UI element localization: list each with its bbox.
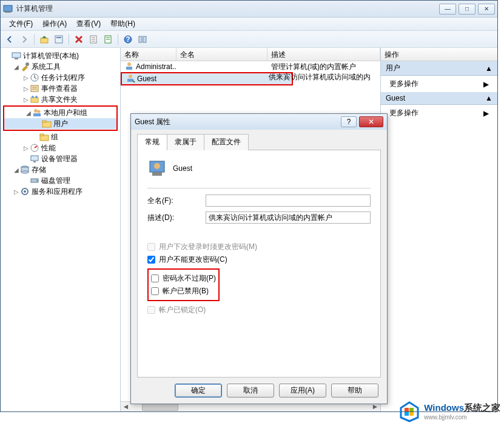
col-desc-header[interactable]: 描述 [267, 48, 380, 61]
tree-system-tools[interactable]: ◢系统工具 [2, 61, 119, 72]
chevron-right-icon: ▶ [483, 80, 489, 88]
tree-device-manager[interactable]: 设备管理器 [2, 153, 119, 164]
svg-rect-46 [409, 412, 414, 416]
minimize-button[interactable]: — [439, 4, 456, 15]
svg-rect-45 [405, 412, 409, 416]
svg-rect-1 [5, 12, 11, 13]
user-row-administrator[interactable]: Administrat... 管理计算机(域)的内置帐户 [121, 61, 380, 72]
tree-storage[interactable]: ◢存储 [2, 164, 119, 175]
user-icon [126, 73, 135, 85]
svg-point-38 [129, 75, 132, 78]
col-fullname-header[interactable]: 全名 [176, 48, 267, 61]
checkbox-disabled-input[interactable] [151, 287, 159, 295]
main-window: 计算机管理 — □ ✕ 文件(F) 操作(A) 查看(V) 帮助(H) ? 计算… [0, 0, 498, 412]
tree-groups[interactable]: 组 [2, 131, 119, 142]
svg-point-35 [24, 190, 26, 193]
svg-rect-37 [126, 67, 132, 70]
user-icon [124, 61, 134, 73]
app-icon [3, 4, 13, 14]
dialog-buttons: 确定 取消 应用(A) 帮助 [137, 378, 381, 398]
svg-rect-0 [4, 5, 12, 12]
toolbar: ? [1, 31, 497, 48]
dialog-close-button[interactable]: ✕ [359, 116, 383, 127]
collapse-icon: ▲ [485, 94, 492, 102]
help-button[interactable]: 帮助 [331, 384, 378, 398]
tree-users[interactable]: 用户 [4, 118, 116, 129]
tab-member-of[interactable]: 隶属于 [167, 134, 204, 150]
show-hide-button[interactable] [136, 33, 149, 46]
tree-shared-folders[interactable]: ▷共享文件夹 [2, 94, 119, 105]
menu-file[interactable]: 文件(F) [4, 18, 38, 30]
tree-event-viewer[interactable]: ▷事件查看器 [2, 83, 119, 94]
menubar: 文件(F) 操作(A) 查看(V) 帮助(H) [1, 18, 497, 31]
collapse-icon: ▲ [485, 64, 492, 73]
tree-performance[interactable]: ▷性能 [2, 142, 119, 153]
storage-icon [20, 165, 30, 175]
list-header: 名称 全名 描述 [121, 48, 380, 61]
tab-profile[interactable]: 配置文件 [204, 134, 249, 150]
highlighted-user-row: Guest [121, 72, 293, 85]
action-group-users[interactable]: 用户▲ [381, 61, 497, 76]
menu-help[interactable]: 帮助(H) [106, 18, 140, 30]
user-row-guest[interactable]: Guest [122, 73, 292, 84]
checkbox-never-expire[interactable]: 密码永不过期(P) [151, 273, 216, 284]
cancel-button[interactable]: 取消 [227, 384, 274, 398]
username-label: Guest [173, 164, 192, 173]
action-group-guest[interactable]: Guest▲ [381, 92, 497, 105]
svg-point-31 [21, 171, 29, 173]
action-more-users[interactable]: 更多操作▶ [381, 76, 497, 92]
tree-panel[interactable]: 计算机管理(本地) ◢系统工具 ▷任务计划程序 ▷事件查看器 ▷共享文件夹 ◢本… [1, 48, 121, 411]
disk-icon [30, 176, 39, 185]
toolbar-separator [118, 34, 118, 45]
maximize-button[interactable]: □ [459, 4, 475, 15]
svg-rect-9 [139, 36, 142, 42]
watermark-logo-icon [398, 401, 420, 422]
highlighted-tree-section: ◢本地用户和组 用户 [3, 105, 118, 131]
menu-action[interactable]: 操作(A) [38, 18, 72, 30]
fullname-input[interactable] [206, 195, 371, 207]
checkbox-cannot-change[interactable]: 用户不能更改密码(C) [147, 255, 371, 265]
description-input[interactable] [206, 211, 371, 224]
checkbox-locked: 帐户已锁定(O) [147, 305, 371, 315]
svg-rect-21 [33, 113, 41, 116]
properties-button[interactable] [52, 33, 66, 46]
up-button[interactable] [38, 33, 51, 46]
highlighted-checkboxes: 密码永不过期(P) 帐户已禁用(B) [147, 268, 220, 301]
tree-services-apps[interactable]: ▷服务和应用程序 [2, 186, 119, 197]
svg-rect-42 [152, 172, 162, 176]
toolbar-separator [34, 34, 35, 45]
chevron-right-icon: ▶ [483, 109, 489, 118]
menu-view[interactable]: 查看(V) [72, 18, 106, 30]
delete-button[interactable] [72, 33, 86, 46]
checkbox-locked-input [147, 306, 155, 314]
svg-rect-10 [143, 36, 146, 42]
checkbox-never-expire-input[interactable] [151, 275, 159, 282]
apply-button[interactable]: 应用(A) [279, 384, 326, 398]
col-name-header[interactable]: 名称 [121, 48, 176, 61]
action-more-guest[interactable]: 更多操作▶ [381, 105, 497, 121]
svg-point-19 [34, 109, 38, 113]
tree-task-scheduler[interactable]: ▷任务计划程序 [2, 72, 119, 83]
dialog-title: Guest 属性 [135, 117, 341, 127]
tab-general[interactable]: 常规 [137, 134, 167, 150]
watermark: Windows系统之家 www.bjjmlv.com [398, 401, 500, 422]
help-button[interactable]: ? [121, 33, 135, 46]
scroll-left-icon[interactable]: ◄ [121, 402, 131, 411]
tree-disk-mgmt[interactable]: 磁盘管理 [2, 175, 119, 186]
close-button[interactable]: ✕ [478, 4, 495, 15]
toolbar-separator [69, 34, 69, 45]
checkbox-cannot-change-input[interactable] [147, 256, 155, 264]
dialog-help-button[interactable]: ? [341, 116, 357, 127]
share-icon [30, 95, 39, 104]
refresh-button[interactable] [87, 33, 100, 46]
svg-point-18 [35, 96, 38, 98]
tree-local-users-groups[interactable]: ◢本地用户和组 [4, 107, 116, 118]
tree-root[interactable]: 计算机管理(本地) [2, 50, 119, 61]
ok-button[interactable]: 确定 [175, 384, 222, 398]
svg-rect-25 [40, 134, 44, 136]
computer-icon [12, 51, 21, 61]
export-button[interactable] [101, 33, 115, 46]
forward-button[interactable] [18, 33, 31, 46]
checkbox-disabled[interactable]: 帐户已禁用(B) [151, 286, 216, 296]
back-button[interactable] [3, 33, 16, 46]
